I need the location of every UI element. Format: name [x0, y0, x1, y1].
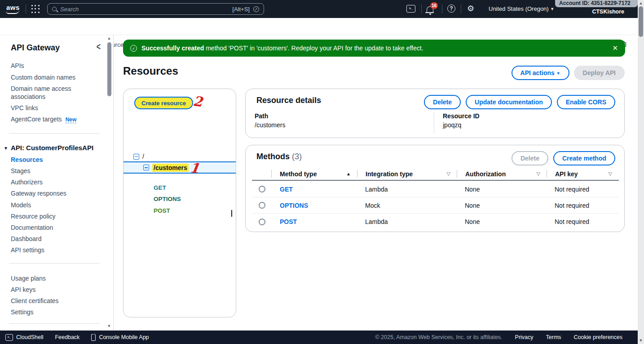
create-resource-button[interactable]: Create resource [134, 97, 193, 109]
column-header-integration-type[interactable]: Integration type▽ [357, 170, 457, 178]
sidebar-api-section-title: API: CustomerProfilesAPI [11, 144, 93, 152]
sidebar-item-models[interactable]: Models [11, 201, 96, 209]
triangle-down-icon: ▼ [4, 146, 8, 151]
sort-icon[interactable]: ▽ [609, 171, 612, 177]
region-selector[interactable]: United States (Oregon) ▼ [489, 5, 554, 12]
scroll-up-icon[interactable]: ▲ [638, 1, 644, 5]
console-mobile-app-label: Console Mobile App [99, 334, 149, 340]
delete-resource-button[interactable]: Delete [424, 95, 461, 109]
flashbar-rest-text: method 'POST' in 'customers'. Redeploy y… [204, 45, 423, 52]
close-icon[interactable]: ✕ [612, 44, 618, 52]
api-actions-button[interactable]: API actions ▼ [512, 66, 569, 80]
table-row-post: POST Lambda None Not required [252, 214, 619, 230]
sidebar-item-settings[interactable]: Settings [11, 308, 96, 316]
column-header-authorization[interactable]: Authorization▽ [457, 170, 547, 178]
shortcut-icon [253, 6, 259, 12]
scroll-up-icon[interactable]: ▲ [107, 36, 111, 40]
sidebar-item-agentcore-targets[interactable]: AgentCore targetsNew [11, 115, 96, 124]
sidebar-item-client-certificates[interactable]: Client certificates [11, 297, 96, 305]
cloudshell-icon[interactable]: >_ [406, 5, 415, 13]
sidebar-item-usage-plans[interactable]: Usage plans [11, 274, 96, 282]
sidebar-item-custom-domain-names[interactable]: Custom domain names [11, 73, 96, 81]
account-menu-username[interactable]: CTSKishore [592, 9, 624, 15]
aws-logo-smile [6, 10, 19, 14]
sidebar-item-documentation[interactable]: Documentation [11, 223, 96, 232]
sidebar-item-resources[interactable]: Resources [11, 156, 96, 164]
method-link-get[interactable]: GET [280, 186, 293, 193]
column-header-method-type[interactable]: Method type▲ [272, 170, 357, 178]
sidebar-scrollbar[interactable]: ▲ ▼ [107, 36, 111, 328]
cookie-preferences-link[interactable]: Cookie preferences [574, 334, 622, 340]
selection-column-header [252, 170, 272, 178]
scroll-down-icon[interactable]: ▼ [638, 338, 644, 343]
column-label: Method type [280, 170, 317, 178]
notifications-button[interactable]: 16 [426, 4, 437, 15]
services-grid-icon[interactable] [31, 5, 40, 13]
search-icon [52, 7, 57, 11]
create-method-button[interactable]: Create method [553, 151, 615, 165]
tree-root-row[interactable]: / [133, 153, 144, 160]
scroll-down-icon[interactable]: ▼ [107, 324, 111, 328]
cloudshell-footer-button[interactable]: >_ CloudShell [5, 334, 43, 341]
method-link-post[interactable]: POST [280, 218, 297, 225]
sidebar-item-apis[interactable]: APIs [11, 62, 96, 70]
sort-ascending-icon[interactable]: ▲ [346, 171, 351, 176]
collapse-box-icon[interactable] [133, 154, 139, 160]
scrollbar-thumb[interactable] [639, 6, 643, 37]
authorization-cell: None [457, 202, 547, 209]
handwritten-annotation-1: 1 [189, 160, 200, 176]
tree-selected-row[interactable]: /customers [124, 161, 236, 174]
sidebar-api-section-header[interactable]: ▼API: CustomerProfilesAPI [4, 144, 102, 152]
terms-link[interactable]: Terms [546, 334, 561, 340]
update-documentation-button[interactable]: Update documentation [466, 95, 552, 109]
resource-id-value: jpoqzq [443, 121, 480, 129]
sidebar-collapse-icon[interactable]: < [97, 41, 101, 54]
aws-console-page: aws Search [Alt+S] >_ 16 ? ⚙ United Stat… [0, 0, 644, 344]
region-label: United States (Oregon) [489, 5, 549, 12]
sidebar-item-api-settings[interactable]: API settings [11, 246, 96, 254]
sort-icon[interactable]: ▽ [537, 171, 540, 177]
radio-button[interactable] [259, 219, 265, 225]
tree-method-get[interactable]: GET [154, 184, 166, 191]
divider [434, 112, 434, 133]
deploy-api-button[interactable]: Deploy API [574, 66, 625, 80]
sidebar-item-authorizers[interactable]: Authorizers [11, 178, 96, 186]
resource-tree-panel: Create resource 2 / /customers 1 GET OPT… [123, 89, 236, 317]
sidebar-item-dashboard[interactable]: Dashboard [11, 235, 96, 243]
search-input[interactable]: Search [Alt+S] [47, 3, 264, 15]
method-link-options[interactable]: OPTIONS [280, 202, 308, 209]
console-mobile-app-button[interactable]: Console Mobile App [91, 334, 149, 341]
sidebar-item-stages[interactable]: Stages [11, 167, 96, 175]
api-key-cell: Not required [547, 218, 618, 225]
api-key-cell: Not required [547, 186, 618, 193]
enable-cors-button[interactable]: Enable CORS [557, 95, 615, 109]
sidebar-item-resource-policy[interactable]: Resource policy [11, 212, 96, 220]
account-id-tooltip[interactable]: Account ID: 4351-8229-7172 ▼ [555, 0, 638, 7]
delete-method-button[interactable]: Delete [512, 151, 548, 165]
collapse-box-icon[interactable] [143, 165, 149, 170]
page-title: Resources [123, 65, 178, 77]
sort-icon[interactable]: ▽ [447, 171, 450, 177]
tree-root-label: / [142, 153, 144, 160]
sidebar-scrollbar-thumb[interactable] [107, 42, 111, 96]
divider [26, 4, 26, 13]
tree-customers-label: /customers [152, 164, 189, 172]
sidebar-item-domain-name-access-associations[interactable]: Domain name access associations [11, 85, 85, 101]
radio-button[interactable] [259, 186, 265, 192]
page-scrollbar[interactable]: ▲ ▼ [638, 0, 644, 344]
feedback-button[interactable]: Feedback [55, 334, 79, 340]
column-header-api-key[interactable]: API key▽ [547, 170, 618, 178]
methods-panel: Methods (3) Delete Create method Method … [245, 145, 625, 232]
sidebar-item-label: AgentCore targets [11, 116, 62, 123]
sidebar-item-gateway-responses[interactable]: Gateway responses [11, 189, 96, 197]
help-icon[interactable]: ? [447, 4, 455, 13]
path-label: Path [255, 112, 285, 120]
flashbar-bold-text: Successfully created [141, 45, 204, 52]
sidebar-item-api-keys[interactable]: API keys [11, 286, 96, 294]
tree-method-options[interactable]: OPTIONS [154, 196, 181, 202]
privacy-link[interactable]: Privacy [515, 334, 534, 340]
radio-button[interactable] [259, 202, 265, 209]
sidebar-item-vpc-links[interactable]: VPC links [11, 104, 96, 112]
tree-method-post[interactable]: POST [154, 207, 170, 214]
settings-gear-icon[interactable]: ⚙ [467, 4, 474, 13]
